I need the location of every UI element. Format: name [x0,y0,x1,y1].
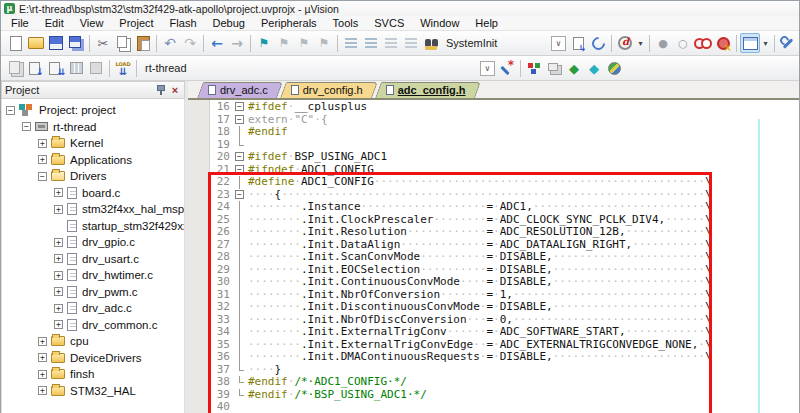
tree-expander-icon[interactable]: − [38,172,47,181]
uncomment-selection-icon[interactable] [401,33,421,53]
menu-item-svcs[interactable]: SVCS [366,16,412,31]
editor-tab-adc_config-h[interactable]: adc_config.h [378,82,478,98]
close-icon[interactable]: × [169,84,181,96]
code-line-40[interactable]: 40 [188,401,799,413]
fold-marker-icon[interactable]: − [235,189,248,202]
previous-bookmark-icon[interactable]: ⚑ [274,33,294,53]
menu-item-flash[interactable]: Flash [162,16,205,31]
navigate-back-icon[interactable]: ← [207,33,227,53]
tree-item-project-project[interactable]: −Project: project [2,102,184,119]
layout-dropdown-icon[interactable]: ▾ [760,33,771,53]
manage-rte-icon[interactable] [524,58,544,78]
tree-expander-icon[interactable]: + [38,337,47,346]
menu-item-edit[interactable]: Edit [37,16,72,31]
fold-marker-icon[interactable]: − [235,164,248,177]
menu-item-tools[interactable]: Tools [325,16,367,31]
copy-icon[interactable] [113,33,133,53]
menu-item-project[interactable]: Project [111,16,161,31]
tree-item-cpu[interactable]: +cpu [2,333,184,350]
target-dropdown-icon[interactable]: ∨ [480,61,495,76]
enable-breakpoint-icon[interactable]: ○ [673,33,693,53]
start-debug-session-icon[interactable] [615,33,635,53]
menu-item-window[interactable]: Window [412,16,467,31]
rebuild-all-icon[interactable] [46,58,66,78]
tree-item-kernel[interactable]: +Kernel [2,135,184,152]
tree-item-devicedrivers[interactable]: +DeviceDrivers [2,350,184,367]
editor-tab-drv_adc-c[interactable]: drv_adc.c [200,82,280,98]
tree-expander-icon[interactable]: + [38,370,47,379]
clear-bookmarks-icon[interactable]: ⚑ [314,33,334,53]
toggle-breakpoint-icon[interactable]: ● [653,33,673,53]
target-options-icon[interactable] [497,58,517,78]
tree-item-drv-common-c[interactable]: +drv_common.c [2,317,184,334]
kill-all-breakpoints-icon[interactable] [713,33,733,53]
tree-expander-icon[interactable]: + [54,271,63,280]
code-area[interactable]: 16−#ifdef·__cplusplus17−extern·"C"·{18#e… [188,100,799,413]
tree-expander-icon[interactable]: + [38,155,47,164]
tree-item-drv-gpio-c[interactable]: +drv_gpio.c [2,234,184,251]
menu-item-file[interactable]: File [3,16,37,31]
tree-expander-icon[interactable]: + [38,139,47,148]
build-icon[interactable] [26,58,46,78]
disable-all-breakpoints-icon[interactable] [693,33,713,53]
find-next-icon[interactable] [568,33,588,53]
tree-expander-icon[interactable]: + [54,320,63,329]
menu-item-debug[interactable]: Debug [205,16,253,31]
search-dropdown-icon[interactable]: ∨ [551,36,566,51]
tree-item-drv-pwm-c[interactable]: +drv_pwm.c [2,284,184,301]
comment-selection-icon[interactable] [381,33,401,53]
tree-item-drv-adc-c[interactable]: +drv_adc.c [2,300,184,317]
menu-item-peripherals[interactable]: Peripherals [253,16,325,31]
tree-expander-icon[interactable]: + [38,353,47,362]
search-input[interactable]: SystemInit [441,34,549,52]
manage-multiproject-icon[interactable] [544,58,564,78]
tree-item-stm32-hal[interactable]: +STM32_HAL [2,383,184,400]
stop-build-icon[interactable] [86,58,106,78]
tree-item-board-c[interactable]: +board.c [2,185,184,202]
code-line-39[interactable]: 39#endif·/*·BSP_USING_ADC1·*/ [188,389,799,402]
new-file-icon[interactable] [6,33,26,53]
window-layout-icon[interactable] [740,33,760,53]
tree-expander-icon[interactable]: + [54,304,63,313]
tree-item-rt-thread[interactable]: −rt-thread [2,119,184,136]
target-select[interactable]: rt-thread [140,59,478,77]
debug-dropdown-icon[interactable]: ▾ [635,33,646,53]
tree-item-startup-stm32f429xx-s[interactable]: startup_stm32f429xx.s [2,218,184,235]
tree-expander-icon[interactable]: + [54,205,63,214]
paste-icon[interactable] [133,33,153,53]
menu-item-view[interactable]: View [72,16,112,31]
find-in-files-icon[interactable] [421,33,441,53]
tree-expander-icon[interactable]: − [6,106,15,115]
tree-expander-icon[interactable]: − [22,122,31,131]
menu-item-help[interactable]: Help [467,16,506,31]
incremental-find-icon[interactable] [588,33,608,53]
tree-item-drv-usart-c[interactable]: +drv_usart.c [2,251,184,268]
tree-expander-icon[interactable]: + [54,238,63,247]
next-bookmark-icon[interactable]: ⚑ [294,33,314,53]
pack-installer-icon[interactable] [604,58,624,78]
indent-icon[interactable] [361,33,381,53]
tree-item-finsh[interactable]: +finsh [2,366,184,383]
pin-icon[interactable] [156,85,165,95]
translate-file-icon[interactable] [6,58,26,78]
tree-expander-icon[interactable]: + [54,287,63,296]
manage-components-icon[interactable]: ◆ [564,58,584,78]
batch-build-icon[interactable] [66,58,86,78]
tree-item-drivers[interactable]: −Drivers [2,168,184,185]
save-icon[interactable] [46,33,66,53]
editor-tab-drv_config-h[interactable]: drv_config.h [283,82,375,98]
fold-marker-icon[interactable]: − [235,151,248,164]
fold-marker-icon[interactable]: − [235,114,248,127]
tree-expander-icon[interactable]: + [54,188,63,197]
tree-item-drv-hwtimer-c[interactable]: +drv_hwtimer.c [2,267,184,284]
tree-item-stm32f4xx-hal-msp-c[interactable]: +stm32f4xx_hal_msp.c [2,201,184,218]
tree-expander-icon[interactable]: + [38,386,47,395]
fold-marker-icon[interactable]: − [235,101,248,114]
redo-icon[interactable]: ↷ [180,33,200,53]
download-icon[interactable] [113,58,133,78]
tree-expander-icon[interactable]: + [54,254,63,263]
navigate-forward-icon[interactable]: → [227,33,247,53]
undo-icon[interactable]: ↶ [160,33,180,53]
code-line-18[interactable]: 18#endif [188,126,799,139]
unindent-icon[interactable] [341,33,361,53]
